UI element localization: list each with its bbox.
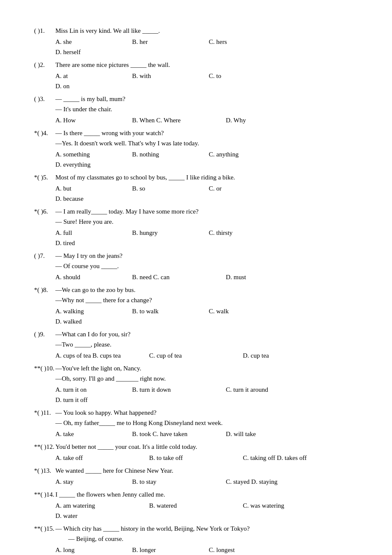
q8-sub: —Why not _____ there for a change? [55,295,358,305]
q6-opt-d: D. tired [55,238,132,248]
q6-text: — I am really_____ today. May I have som… [55,206,358,217]
q10-opt-a: A. turn it on [55,384,132,395]
q6-opt-a: A. full [55,228,132,238]
q13-opt-cd: C. stayed D. staying [226,477,320,487]
q14-opt-d: D. water [55,511,132,521]
q9-text: —What can I do for you, sir? [55,329,358,339]
q3-opt-bc: B. When C. Where [132,115,226,125]
q3-sub: — It's under the chair. [55,104,358,114]
q4-text: — Is there _____ wrong with your watch? [55,128,358,138]
q11-prefix: *( )11. [34,408,55,418]
q5-opt-b: B. so [132,183,209,194]
q8-opt-a: A. walking [55,306,132,316]
q6-opt-c: C. thirsty [209,228,285,238]
q9-opt-c: C. cup of tea [149,350,243,361]
question-13: *( )13. We wanted _____ here for Chinese… [34,465,358,487]
q11-opt-d: D. will take [226,429,303,439]
q12-opt-b: B. to take off [149,453,243,463]
q7-prefix: ( )7. [34,251,55,261]
q14-text: I _____ the flowers when Jenny called me… [55,489,358,500]
question-6: *( )6. — I am really_____ today. May I h… [34,206,358,248]
q8-opt-d: D. walked [55,316,132,327]
question-12: **( )12. You'd better not _____ your coa… [34,442,358,463]
question-5: *( )5. Most of my classmates go to schoo… [34,172,358,204]
q15-opt-b: B. longer [132,545,209,555]
q15-opt-c: C. longest [209,545,285,555]
q11-opt-a: A. take [55,429,132,439]
q11-text: — You look so happy. What happened? [55,408,358,418]
question-2: ( )2. There are some nice pictures _____… [34,60,358,91]
q9-opt-ab: A. cups of tea B. cups tea [55,350,149,361]
q7-text: — May I try on the jeans? [55,251,358,261]
q1-opt-a: A. she [55,37,132,47]
q9-sub: —Two _____, please. [55,339,358,350]
q13-opt-b: B. to stay [132,477,226,487]
q2-prefix: ( )2. [34,60,55,70]
q13-opt-a: A. stay [55,477,132,487]
q5-opt-a: A. but [55,183,132,194]
q6-opt-b: B. hungry [132,228,209,238]
q14-opt-c: C. was watering [243,500,337,511]
q5-opt-d: D. because [55,194,132,204]
q5-prefix: *( )5. [34,172,55,182]
q11-sub: — Oh, my father_____ me to Hong Kong Dis… [55,418,358,428]
q12-prefix: **( )12. [34,442,55,452]
q3-opt-d: D. Why [226,115,303,125]
q13-text: We wanted _____ here for Chinese New Yea… [55,465,358,476]
q4-opt-c: C. anything [209,149,285,159]
question-9: ( )9. —What can I do for you, sir? —Two … [34,329,358,361]
q4-opt-b: B. nothing [132,149,209,159]
q10-opt-c: C. turn it around [226,384,320,395]
q8-opt-c: C. walk [209,306,285,316]
q13-prefix: *( )13. [34,465,55,476]
q4-sub: —Yes. It doesn't work well. That's why I… [55,138,358,148]
question-14: **( )14. I _____ the flowers when Jenny … [34,489,358,521]
question-8: *( )8. —We can go to the zoo by bus. —Wh… [34,285,358,327]
q10-opt-d: D. turn it off [55,395,132,405]
question-4: *( )4. — Is there _____ wrong with your … [34,128,358,170]
q15-text: — Which city has _____ history in the wo… [55,523,358,534]
q7-opt-d: D. must [226,272,303,282]
q8-text: —We can go to the zoo by bus. [55,285,358,295]
q9-opt-d: D. cup tea [243,350,320,361]
q6-sub: — Sure! Here you are. [55,217,358,227]
q1-text: Miss Lin is very kind. We all like _____… [55,26,358,36]
question-7: ( )7. — May I try on the jeans? — Of cou… [34,251,358,282]
q2-opt-c: C. to [209,71,285,81]
q14-opt-a: A. am watering [55,500,149,511]
q7-opt-bc: B. need C. can [132,272,226,282]
q3-opt-a: A. How [55,115,132,125]
question-15: **( )15. — Which city has _____ history … [34,523,358,555]
q12-opt-a: A. take off [55,453,149,463]
q14-opt-b: B. watered [149,500,243,511]
q12-opt-cd: C. taking off D. takes off [243,453,337,463]
q9-prefix: ( )9. [34,329,55,339]
q10-text: —You've left the light on, Nancy. [55,363,358,373]
q2-text: There are some nice pictures _____ the w… [55,60,358,70]
q10-opt-b: B. turn it down [132,384,226,395]
question-11: *( )11. — You look so happy. What happen… [34,408,358,439]
q2-opt-b: B. with [132,71,209,81]
q1-prefix: ( )1. [34,26,55,36]
q4-opt-a: A. something [55,149,132,159]
question-1: ( )1. Miss Lin is very kind. We all like… [34,26,358,57]
q1-opt-c: C. hers [209,37,285,47]
question-10: **( )10. —You've left the light on, Nanc… [34,363,358,405]
q15-sub: — Beijing, of course. [68,534,358,544]
exam-content: ( )1. Miss Lin is very kind. We all like… [34,26,358,555]
q1-opt-d: D. herself [55,47,132,57]
q6-prefix: *( )6. [34,206,55,217]
q5-opt-c: C. or [209,183,285,194]
q3-prefix: ( )3. [34,94,55,104]
q3-text: — _____ is my ball, mum? [55,94,358,104]
q10-sub: —Oh, sorry. I'll go and _______ right no… [55,373,358,384]
q8-opt-b: B. to walk [132,306,209,316]
q2-opt-a: A. at [55,71,132,81]
q14-prefix: **( )14. [34,489,55,500]
q12-text: You'd better not _____ your coat. It's a… [55,442,358,452]
q11-opt-bc: B. took C. have taken [132,429,226,439]
q4-opt-d: D. everything [55,159,132,170]
q15-opt-a: A. long [55,545,132,555]
q7-sub: — Of course you _____. [55,261,358,271]
question-3: ( )3. — _____ is my ball, mum? — It's un… [34,94,358,125]
